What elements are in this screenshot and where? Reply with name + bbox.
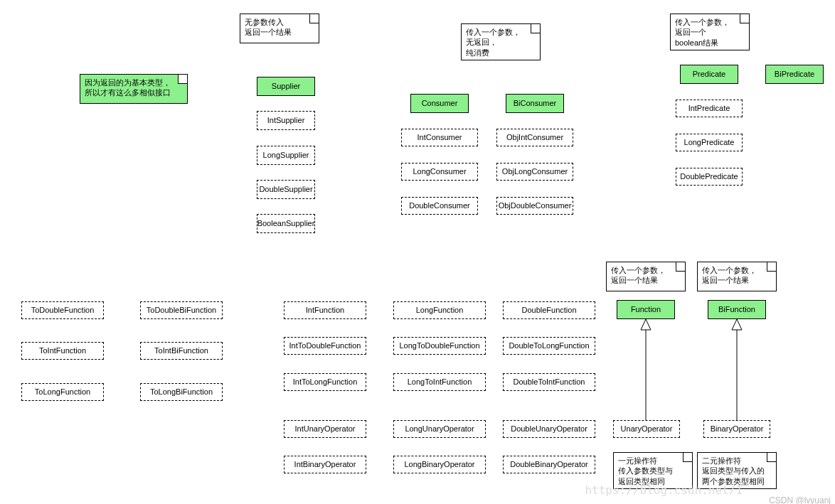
box-intpredicate: IntPredicate <box>676 100 743 117</box>
label: IntToDoubleFunction <box>289 341 361 350</box>
box-todoublebifunction: ToDoubleBiFunction <box>140 301 223 319</box>
label: ToIntBiFunction <box>154 345 208 355</box>
label: IntConsumer <box>418 132 462 142</box>
box-bipredicate: BiPredicate <box>765 65 824 84</box>
note-bifunction: 传入一个参数，返回一个结果 <box>697 262 777 291</box>
box-biconsumer: BiConsumer <box>506 94 564 113</box>
label: IntFunction <box>306 305 344 315</box>
label: IntToLongFunction <box>293 377 358 387</box>
box-longconsumer: LongConsumer <box>401 163 478 181</box>
label: DoubleUnaryOperator <box>511 424 587 434</box>
label: DoubleToLongFunction <box>509 341 589 350</box>
note-text: 因为返回的为基本类型，所以才有这么多相似接口 <box>85 77 171 98</box>
box-supplier: Supplier <box>257 77 315 96</box>
label: BiConsumer <box>514 98 557 108</box>
label: IntBinaryOperator <box>294 459 356 469</box>
label: ObjIntConsumer <box>506 132 563 142</box>
box-doublebinaryoperator: DoubleBinaryOperator <box>503 456 595 473</box>
note-text: 一元操作符传入参数类型与返回类型相同 <box>618 456 673 486</box>
box-longsupplier: LongSupplier <box>257 146 315 165</box>
box-binaryoperator: BinaryOperator <box>703 420 770 438</box>
label: BiFunction <box>718 304 755 314</box>
box-intsupplier: IntSupplier <box>257 111 315 130</box>
note-supplier: 无参数传入返回一个结果 <box>240 14 319 43</box>
watermark-url: https://blog.csdn.net/1 <box>585 483 743 497</box>
label: DoubleFunction <box>521 305 576 315</box>
box-longpredicate: LongPredicate <box>676 134 743 151</box>
label: ToLongBiFunction <box>150 387 213 397</box>
box-doubleunaryoperator: DoubleUnaryOperator <box>503 420 595 438</box>
label: LongToDoubleFunction <box>399 341 479 350</box>
label: LongConsumer <box>413 166 466 176</box>
box-objintconsumer: ObjIntConsumer <box>496 129 573 146</box>
svg-marker-1 <box>641 319 651 330</box>
label: ObjLongConsumer <box>502 166 568 176</box>
note-predicate: 传入一个参数，返回一个boolean结果 <box>670 14 750 50</box>
box-doublepredicate: DoublePredicate <box>676 168 743 186</box>
box-longtodoublefunction: LongToDoubleFunction <box>393 337 486 355</box>
box-longtointfunction: LongToIntFunction <box>393 373 486 391</box>
box-intconsumer: IntConsumer <box>401 129 478 146</box>
box-doubleconsumer: DoubleConsumer <box>401 197 478 215</box>
note-text: 传入一个参数，返回一个结果 <box>611 265 666 286</box>
box-intunaryoperator: IntUnaryOperator <box>284 420 366 438</box>
box-tolongfunction: ToLongFunction <box>21 383 104 401</box>
box-booleansupplier: BooleanSupplier <box>257 214 315 233</box>
box-consumer: Consumer <box>410 94 469 113</box>
box-intfunction: IntFunction <box>284 301 366 319</box>
box-objdoubleconsumer: ObjDoubleConsumer <box>496 197 573 215</box>
box-bifunction: BiFunction <box>708 300 766 319</box>
label: Predicate <box>693 69 725 79</box>
label: DoubleSupplier <box>259 184 312 194</box>
label: DoublePredicate <box>680 171 738 181</box>
box-inttodoublefunction: IntToDoubleFunction <box>284 337 366 355</box>
label: ToDoubleBiFunction <box>147 305 216 315</box>
box-function: Function <box>617 300 675 319</box>
label: LongUnaryOperator <box>405 424 474 434</box>
box-doublesupplier: DoubleSupplier <box>257 180 315 199</box>
note-function: 传入一个参数，返回一个结果 <box>606 262 686 291</box>
box-tointfunction: ToIntFunction <box>21 342 104 360</box>
box-intbinaryoperator: IntBinaryOperator <box>284 456 366 473</box>
label: IntPredicate <box>688 103 730 113</box>
label: DoubleConsumer <box>409 200 470 210</box>
label: LongBinaryOperator <box>404 459 474 469</box>
svg-marker-3 <box>732 319 742 330</box>
label: LongToIntFunction <box>408 377 472 387</box>
label: Consumer <box>422 98 458 108</box>
box-inttolongfunction: IntToLongFunction <box>284 373 366 391</box>
note-text: 传入一个参数，返回一个结果 <box>702 265 757 286</box>
box-tolongbifunction: ToLongBiFunction <box>140 383 223 401</box>
box-longbinaryoperator: LongBinaryOperator <box>393 456 486 473</box>
box-unaryoperator: UnaryOperator <box>613 420 680 438</box>
label: BiPredicate <box>775 69 814 79</box>
label: IntUnaryOperator <box>295 424 356 434</box>
label: ToLongFunction <box>35 387 90 397</box>
note-text: 二元操作符返回类型与传入的两个参数类型相同 <box>702 456 765 486</box>
note-consumer: 传入一个参数，无返回，纯消费 <box>461 23 541 60</box>
box-todoublefunction: ToDoubleFunction <box>21 301 104 319</box>
label: ToDoubleFunction <box>31 305 95 315</box>
label: Supplier <box>272 81 300 91</box>
note-text: 无参数传入返回一个结果 <box>245 17 292 38</box>
box-longunaryoperator: LongUnaryOperator <box>393 420 486 438</box>
box-predicate: Predicate <box>680 65 738 84</box>
box-doubletolongfunction: DoubleToLongFunction <box>503 337 595 355</box>
note-text: 传入一个参数，无返回，纯消费 <box>466 27 521 58</box>
box-doublefunction: DoubleFunction <box>503 301 595 319</box>
box-tointbifunction: ToIntBiFunction <box>140 342 223 360</box>
label: ToIntFunction <box>39 345 86 355</box>
label: IntSupplier <box>267 115 305 125</box>
label: BinaryOperator <box>711 424 764 434</box>
note-primitive-types: 因为返回的为基本类型，所以才有这么多相似接口 <box>80 74 188 104</box>
label: LongFunction <box>416 305 464 315</box>
note-text: 传入一个参数，返回一个boolean结果 <box>675 17 730 48</box>
label: DoubleToIntFunction <box>514 377 585 387</box>
box-doubletointfunction: DoubleToIntFunction <box>503 373 595 391</box>
label: DoubleBinaryOperator <box>510 459 587 469</box>
label: LongPredicate <box>684 137 735 147</box>
label: UnaryOperator <box>621 424 673 434</box>
label: Function <box>631 304 661 314</box>
label: ObjDoubleConsumer <box>499 200 572 210</box>
label: LongSupplier <box>263 150 309 160</box>
